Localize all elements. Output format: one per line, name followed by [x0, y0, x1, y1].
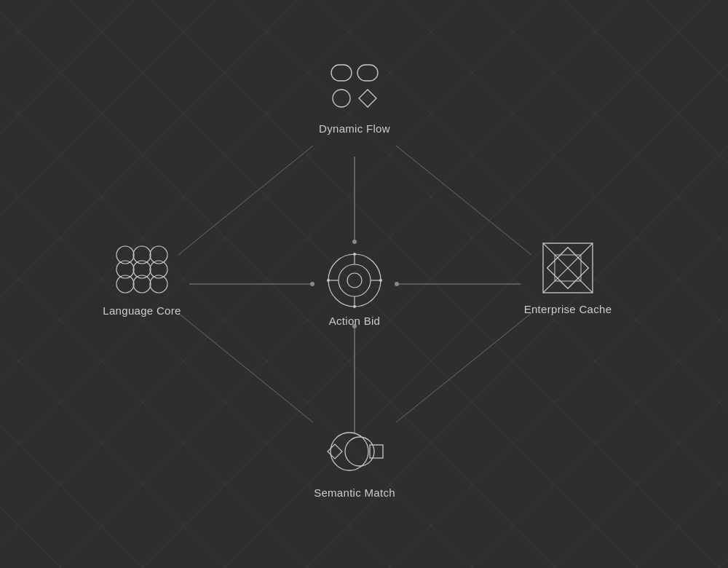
semantic-match-icon[interactable] — [322, 426, 387, 477]
svg-point-27 — [333, 90, 350, 107]
svg-marker-46 — [328, 444, 342, 459]
language-core-icon[interactable] — [109, 240, 175, 299]
action-bid-icon[interactable] — [325, 251, 384, 309]
svg-point-23 — [327, 279, 330, 282]
svg-rect-26 — [357, 65, 378, 81]
enterprise-cache-icon[interactable] — [539, 239, 597, 297]
svg-point-16 — [347, 273, 362, 288]
svg-rect-45 — [370, 445, 383, 458]
svg-rect-25 — [331, 65, 352, 81]
svg-point-21 — [353, 253, 356, 256]
svg-point-43 — [331, 433, 368, 470]
dynamic-flow-icon[interactable] — [325, 62, 384, 113]
svg-marker-28 — [359, 90, 376, 107]
svg-point-24 — [379, 279, 382, 282]
svg-point-15 — [339, 264, 371, 296]
svg-point-22 — [353, 305, 356, 308]
